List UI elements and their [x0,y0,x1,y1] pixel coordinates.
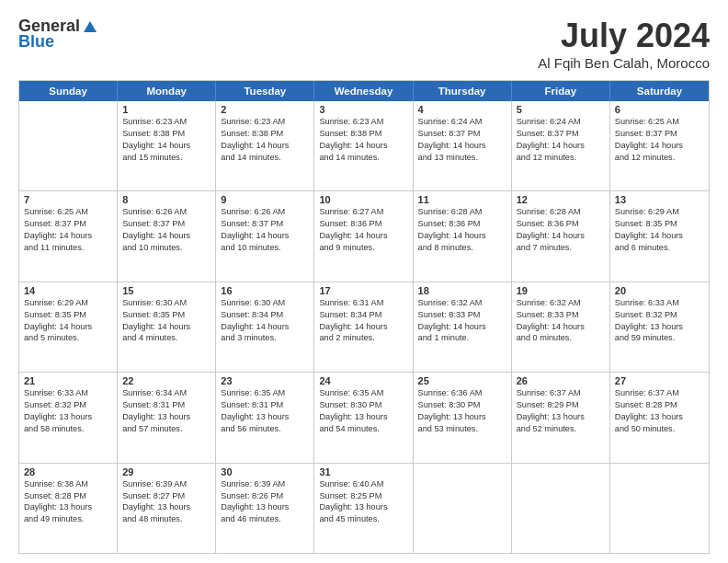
cell-text: Sunrise: 6:23 AM Sunset: 8:38 PM Dayligh… [319,116,407,164]
calendar-header-cell: Monday [118,81,216,101]
cell-text: Sunrise: 6:37 AM Sunset: 8:29 PM Dayligh… [517,387,605,435]
cell-text: Sunrise: 6:39 AM Sunset: 8:27 PM Dayligh… [122,478,210,526]
calendar-header-cell: Tuesday [216,81,314,101]
day-number: 1 [122,104,210,115]
cell-text: Sunrise: 6:25 AM Sunset: 8:37 PM Dayligh… [24,206,112,254]
page: General Blue July 2024 Al Fqih Ben Calah… [0,0,728,563]
calendar-header-cell: Wednesday [314,81,413,101]
day-number: 28 [24,466,112,477]
day-number: 27 [615,375,704,386]
day-number: 31 [319,466,407,477]
calendar-cell: 26Sunrise: 6:37 AM Sunset: 8:29 PM Dayli… [512,373,610,462]
cell-text: Sunrise: 6:35 AM Sunset: 8:31 PM Dayligh… [221,387,309,435]
day-number: 7 [24,194,112,205]
day-number: 21 [24,375,112,386]
calendar-cell: 29Sunrise: 6:39 AM Sunset: 8:27 PM Dayli… [118,464,216,553]
cell-text: Sunrise: 6:28 AM Sunset: 8:36 PM Dayligh… [418,206,506,254]
calendar-header-cell: Sunday [19,81,118,101]
day-number: 13 [615,194,704,205]
day-number: 18 [418,285,506,296]
calendar-cell: 6Sunrise: 6:25 AM Sunset: 8:37 PM Daylig… [610,101,709,190]
calendar-cell: 2Sunrise: 6:23 AM Sunset: 8:38 PM Daylig… [216,101,314,190]
calendar-cell [414,464,512,553]
cell-text: Sunrise: 6:33 AM Sunset: 8:32 PM Dayligh… [615,297,704,345]
day-number: 23 [221,375,309,386]
cell-text: Sunrise: 6:32 AM Sunset: 8:33 PM Dayligh… [418,297,506,345]
calendar-cell: 18Sunrise: 6:32 AM Sunset: 8:33 PM Dayli… [414,282,512,372]
cell-text: Sunrise: 6:29 AM Sunset: 8:35 PM Dayligh… [615,206,704,254]
logo: General Blue [18,17,98,52]
calendar-header-cell: Friday [512,81,610,101]
cell-text: Sunrise: 6:37 AM Sunset: 8:28 PM Dayligh… [615,387,704,435]
calendar-cell: 9Sunrise: 6:26 AM Sunset: 8:37 PM Daylig… [216,191,314,281]
calendar-cell: 12Sunrise: 6:28 AM Sunset: 8:36 PM Dayli… [512,191,610,281]
calendar-cell: 20Sunrise: 6:33 AM Sunset: 8:32 PM Dayli… [610,282,709,372]
header: General Blue July 2024 Al Fqih Ben Calah… [18,17,710,71]
cell-text: Sunrise: 6:25 AM Sunset: 8:37 PM Dayligh… [615,116,704,164]
cell-text: Sunrise: 6:35 AM Sunset: 8:30 PM Dayligh… [319,387,407,435]
calendar-row: 7Sunrise: 6:25 AM Sunset: 8:37 PM Daylig… [19,190,709,281]
calendar-cell: 3Sunrise: 6:23 AM Sunset: 8:38 PM Daylig… [314,101,413,190]
day-number: 12 [517,194,605,205]
calendar-cell: 13Sunrise: 6:29 AM Sunset: 8:35 PM Dayli… [610,191,709,281]
calendar-cell: 25Sunrise: 6:36 AM Sunset: 8:30 PM Dayli… [414,373,512,462]
cell-text: Sunrise: 6:40 AM Sunset: 8:25 PM Dayligh… [319,478,407,526]
calendar-cell: 7Sunrise: 6:25 AM Sunset: 8:37 PM Daylig… [19,191,118,281]
calendar-row: 21Sunrise: 6:33 AM Sunset: 8:32 PM Dayli… [19,372,709,462]
cell-text: Sunrise: 6:24 AM Sunset: 8:37 PM Dayligh… [418,116,506,164]
cell-text: Sunrise: 6:31 AM Sunset: 8:34 PM Dayligh… [319,297,407,345]
logo-icon [82,19,98,36]
day-number: 3 [319,104,407,115]
calendar-cell: 28Sunrise: 6:38 AM Sunset: 8:28 PM Dayli… [19,464,118,553]
calendar-cell [610,464,709,553]
calendar-row: 28Sunrise: 6:38 AM Sunset: 8:28 PM Dayli… [19,463,709,553]
day-number: 24 [319,375,407,386]
cell-text: Sunrise: 6:29 AM Sunset: 8:35 PM Dayligh… [24,297,112,345]
cell-text: Sunrise: 6:38 AM Sunset: 8:28 PM Dayligh… [24,478,112,526]
cell-text: Sunrise: 6:39 AM Sunset: 8:26 PM Dayligh… [221,478,309,526]
day-number: 6 [615,104,704,115]
calendar-cell: 27Sunrise: 6:37 AM Sunset: 8:28 PM Dayli… [610,373,709,462]
calendar-cell: 21Sunrise: 6:33 AM Sunset: 8:32 PM Dayli… [19,373,118,462]
calendar-header: SundayMondayTuesdayWednesdayThursdayFrid… [19,81,709,101]
day-number: 11 [418,194,506,205]
calendar-cell: 10Sunrise: 6:27 AM Sunset: 8:36 PM Dayli… [314,191,413,281]
calendar-cell: 11Sunrise: 6:28 AM Sunset: 8:36 PM Dayli… [414,191,512,281]
logo-blue: Blue [18,32,54,52]
cell-text: Sunrise: 6:36 AM Sunset: 8:30 PM Dayligh… [418,387,506,435]
calendar-cell: 16Sunrise: 6:30 AM Sunset: 8:34 PM Dayli… [216,282,314,372]
svg-marker-0 [84,21,97,32]
calendar-cell: 22Sunrise: 6:34 AM Sunset: 8:31 PM Dayli… [118,373,216,462]
title-block: July 2024 Al Fqih Ben Calah, Morocco [538,17,710,71]
calendar-header-cell: Saturday [610,81,709,101]
day-number: 5 [517,104,605,115]
day-number: 16 [221,285,309,296]
day-number: 20 [615,285,704,296]
day-number: 15 [122,285,210,296]
calendar-cell: 15Sunrise: 6:30 AM Sunset: 8:35 PM Dayli… [118,282,216,372]
cell-text: Sunrise: 6:34 AM Sunset: 8:31 PM Dayligh… [122,387,210,435]
calendar-cell: 1Sunrise: 6:23 AM Sunset: 8:38 PM Daylig… [118,101,216,190]
calendar-row: 14Sunrise: 6:29 AM Sunset: 8:35 PM Dayli… [19,282,709,372]
calendar-row: 1Sunrise: 6:23 AM Sunset: 8:38 PM Daylig… [19,101,709,190]
calendar-cell: 8Sunrise: 6:26 AM Sunset: 8:37 PM Daylig… [118,191,216,281]
calendar-cell: 31Sunrise: 6:40 AM Sunset: 8:25 PM Dayli… [314,464,413,553]
cell-text: Sunrise: 6:26 AM Sunset: 8:37 PM Dayligh… [122,206,210,254]
day-number: 25 [418,375,506,386]
calendar-cell: 14Sunrise: 6:29 AM Sunset: 8:35 PM Dayli… [19,282,118,372]
cell-text: Sunrise: 6:24 AM Sunset: 8:37 PM Dayligh… [517,116,605,164]
day-number: 10 [319,194,407,205]
cell-text: Sunrise: 6:27 AM Sunset: 8:36 PM Dayligh… [319,206,407,254]
calendar-cell: 19Sunrise: 6:32 AM Sunset: 8:33 PM Dayli… [512,282,610,372]
cell-text: Sunrise: 6:32 AM Sunset: 8:33 PM Dayligh… [517,297,605,345]
calendar-cell [19,101,118,190]
day-number: 17 [319,285,407,296]
title-location: Al Fqih Ben Calah, Morocco [538,55,710,71]
calendar-cell: 4Sunrise: 6:24 AM Sunset: 8:37 PM Daylig… [414,101,512,190]
day-number: 29 [122,466,210,477]
day-number: 8 [122,194,210,205]
day-number: 26 [517,375,605,386]
calendar-cell: 17Sunrise: 6:31 AM Sunset: 8:34 PM Dayli… [314,282,413,372]
day-number: 4 [418,104,506,115]
cell-text: Sunrise: 6:30 AM Sunset: 8:35 PM Dayligh… [122,297,210,345]
